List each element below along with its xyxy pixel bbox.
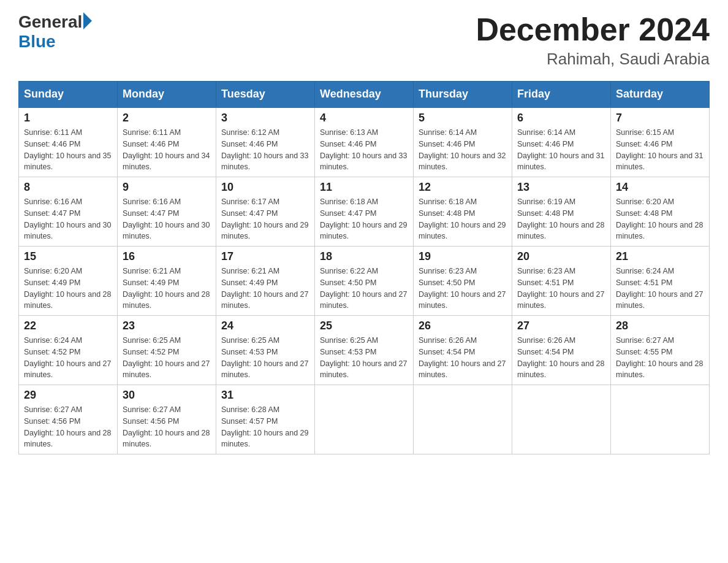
calendar-week-row: 22Sunrise: 6:24 AMSunset: 4:52 PMDayligh… [19, 316, 710, 385]
day-number: 14 [616, 181, 704, 194]
day-number: 15 [24, 250, 112, 263]
calendar-day-cell: 14Sunrise: 6:20 AMSunset: 4:48 PMDayligh… [611, 177, 710, 247]
day-info: Sunrise: 6:11 AMSunset: 4:46 PMDaylight:… [24, 127, 112, 173]
calendar-week-row: 8Sunrise: 6:16 AMSunset: 4:47 PMDaylight… [19, 177, 710, 247]
day-info: Sunrise: 6:25 AMSunset: 4:52 PMDaylight:… [123, 335, 211, 381]
day-info: Sunrise: 6:14 AMSunset: 4:46 PMDaylight:… [419, 127, 507, 173]
day-info: Sunrise: 6:26 AMSunset: 4:54 PMDaylight:… [419, 335, 507, 381]
calendar-day-cell: 23Sunrise: 6:25 AMSunset: 4:52 PMDayligh… [118, 316, 216, 385]
day-info: Sunrise: 6:21 AMSunset: 4:49 PMDaylight:… [123, 266, 211, 312]
day-number: 18 [320, 250, 408, 263]
day-number: 31 [221, 389, 309, 402]
calendar-day-cell: 26Sunrise: 6:26 AMSunset: 4:54 PMDayligh… [414, 316, 512, 385]
day-info: Sunrise: 6:27 AMSunset: 4:56 PMDaylight:… [24, 404, 112, 450]
day-info: Sunrise: 6:27 AMSunset: 4:55 PMDaylight:… [616, 335, 704, 381]
day-number: 12 [419, 181, 507, 194]
day-info: Sunrise: 6:25 AMSunset: 4:53 PMDaylight:… [320, 335, 408, 381]
day-number: 6 [517, 112, 605, 124]
calendar-day-cell: 12Sunrise: 6:18 AMSunset: 4:48 PMDayligh… [414, 177, 512, 247]
calendar-day-cell: 20Sunrise: 6:23 AMSunset: 4:51 PMDayligh… [512, 247, 611, 316]
day-info: Sunrise: 6:17 AMSunset: 4:47 PMDaylight:… [221, 196, 309, 242]
day-number: 4 [320, 112, 408, 124]
calendar-day-cell: 15Sunrise: 6:20 AMSunset: 4:49 PMDayligh… [19, 247, 118, 316]
day-number: 2 [123, 112, 211, 124]
day-number: 29 [24, 389, 112, 402]
calendar-day-cell: 1Sunrise: 6:11 AMSunset: 4:46 PMDaylight… [19, 107, 118, 177]
day-info: Sunrise: 6:28 AMSunset: 4:57 PMDaylight:… [221, 404, 309, 450]
calendar-location: Rahimah, Saudi Arabia [476, 50, 710, 69]
day-number: 25 [320, 320, 408, 332]
day-info: Sunrise: 6:18 AMSunset: 4:48 PMDaylight:… [419, 196, 507, 242]
day-info: Sunrise: 6:21 AMSunset: 4:49 PMDaylight:… [221, 266, 309, 312]
day-info: Sunrise: 6:25 AMSunset: 4:53 PMDaylight:… [221, 335, 309, 381]
calendar-day-cell: 8Sunrise: 6:16 AMSunset: 4:47 PMDaylight… [19, 177, 118, 247]
day-of-week-header: Friday [512, 82, 611, 108]
calendar-day-cell: 16Sunrise: 6:21 AMSunset: 4:49 PMDayligh… [118, 247, 216, 316]
calendar-day-cell: 25Sunrise: 6:25 AMSunset: 4:53 PMDayligh… [315, 316, 414, 385]
day-number: 1 [24, 112, 112, 124]
day-of-week-header: Thursday [414, 82, 512, 108]
logo-general-text: General [18, 12, 82, 32]
day-number: 7 [616, 112, 704, 124]
day-number: 9 [123, 181, 211, 194]
day-number: 24 [221, 320, 309, 332]
calendar-day-cell: 4Sunrise: 6:13 AMSunset: 4:46 PMDaylight… [315, 107, 414, 177]
calendar-day-cell: 24Sunrise: 6:25 AMSunset: 4:53 PMDayligh… [216, 316, 315, 385]
title-block: December 2024 Rahimah, Saudi Arabia [476, 12, 710, 69]
calendar-day-cell: 17Sunrise: 6:21 AMSunset: 4:49 PMDayligh… [216, 247, 315, 316]
calendar-day-cell: 2Sunrise: 6:11 AMSunset: 4:46 PMDaylight… [118, 107, 216, 177]
day-number: 21 [616, 250, 704, 263]
day-info: Sunrise: 6:16 AMSunset: 4:47 PMDaylight:… [123, 196, 211, 242]
day-of-week-header: Tuesday [216, 82, 315, 108]
calendar-day-cell: 7Sunrise: 6:15 AMSunset: 4:46 PMDaylight… [611, 107, 710, 177]
calendar-header: SundayMondayTuesdayWednesdayThursdayFrid… [19, 82, 710, 108]
day-number: 19 [419, 250, 507, 263]
calendar-day-cell [512, 385, 611, 454]
page-header: General Blue December 2024 Rahimah, Saud… [18, 12, 710, 69]
day-info: Sunrise: 6:26 AMSunset: 4:54 PMDaylight:… [517, 335, 605, 381]
calendar-week-row: 29Sunrise: 6:27 AMSunset: 4:56 PMDayligh… [19, 385, 710, 454]
day-info: Sunrise: 6:19 AMSunset: 4:48 PMDaylight:… [517, 196, 605, 242]
day-info: Sunrise: 6:14 AMSunset: 4:46 PMDaylight:… [517, 127, 605, 173]
calendar-day-cell [414, 385, 512, 454]
calendar-day-cell: 18Sunrise: 6:22 AMSunset: 4:50 PMDayligh… [315, 247, 414, 316]
day-number: 8 [24, 181, 112, 194]
day-info: Sunrise: 6:15 AMSunset: 4:46 PMDaylight:… [616, 127, 704, 173]
calendar-day-cell: 3Sunrise: 6:12 AMSunset: 4:46 PMDaylight… [216, 107, 315, 177]
calendar-day-cell: 10Sunrise: 6:17 AMSunset: 4:47 PMDayligh… [216, 177, 315, 247]
calendar-day-cell: 27Sunrise: 6:26 AMSunset: 4:54 PMDayligh… [512, 316, 611, 385]
calendar-week-row: 15Sunrise: 6:20 AMSunset: 4:49 PMDayligh… [19, 247, 710, 316]
logo-triangle-icon [83, 12, 92, 29]
calendar-day-cell: 29Sunrise: 6:27 AMSunset: 4:56 PMDayligh… [19, 385, 118, 454]
day-info: Sunrise: 6:11 AMSunset: 4:46 PMDaylight:… [123, 127, 211, 173]
day-info: Sunrise: 6:22 AMSunset: 4:50 PMDaylight:… [320, 266, 408, 312]
day-of-week-header: Saturday [611, 82, 710, 108]
day-info: Sunrise: 6:13 AMSunset: 4:46 PMDaylight:… [320, 127, 408, 173]
calendar-day-cell [611, 385, 710, 454]
day-info: Sunrise: 6:18 AMSunset: 4:47 PMDaylight:… [320, 196, 408, 242]
day-number: 13 [517, 181, 605, 194]
day-info: Sunrise: 6:24 AMSunset: 4:51 PMDaylight:… [616, 266, 704, 312]
calendar-day-cell [315, 385, 414, 454]
calendar-day-cell: 11Sunrise: 6:18 AMSunset: 4:47 PMDayligh… [315, 177, 414, 247]
day-of-week-header: Wednesday [315, 82, 414, 108]
calendar-body: 1Sunrise: 6:11 AMSunset: 4:46 PMDaylight… [19, 107, 710, 454]
day-info: Sunrise: 6:16 AMSunset: 4:47 PMDaylight:… [24, 196, 112, 242]
days-of-week-row: SundayMondayTuesdayWednesdayThursdayFrid… [19, 82, 710, 108]
day-number: 30 [123, 389, 211, 402]
day-of-week-header: Sunday [19, 82, 118, 108]
day-number: 28 [616, 320, 704, 332]
day-info: Sunrise: 6:27 AMSunset: 4:56 PMDaylight:… [123, 404, 211, 450]
calendar-table: SundayMondayTuesdayWednesdayThursdayFrid… [18, 81, 710, 454]
day-number: 26 [419, 320, 507, 332]
calendar-day-cell: 22Sunrise: 6:24 AMSunset: 4:52 PMDayligh… [19, 316, 118, 385]
calendar-day-cell: 13Sunrise: 6:19 AMSunset: 4:48 PMDayligh… [512, 177, 611, 247]
day-of-week-header: Monday [118, 82, 216, 108]
day-number: 20 [517, 250, 605, 263]
day-number: 10 [221, 181, 309, 194]
day-number: 3 [221, 112, 309, 124]
day-info: Sunrise: 6:20 AMSunset: 4:49 PMDaylight:… [24, 266, 112, 312]
day-number: 22 [24, 320, 112, 332]
logo-blue-part [82, 15, 92, 29]
day-info: Sunrise: 6:23 AMSunset: 4:51 PMDaylight:… [517, 266, 605, 312]
